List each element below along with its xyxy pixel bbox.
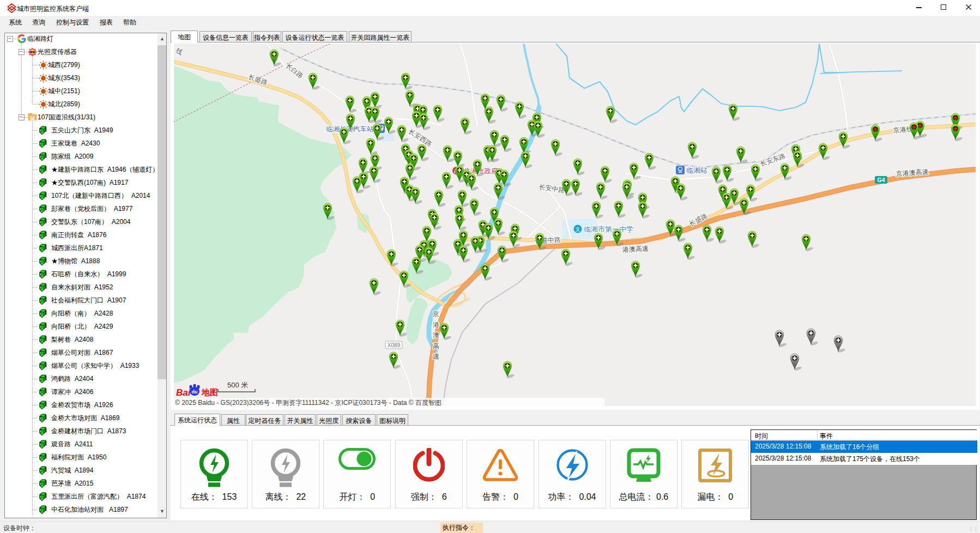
- svg-text:500 米: 500 米: [227, 381, 248, 389]
- svg-text:du: du: [192, 389, 198, 395]
- svg-text:地图: 地图: [201, 387, 218, 397]
- svg-text:港: 港: [433, 321, 439, 329]
- svg-text:澳: 澳: [433, 331, 439, 339]
- svg-text:临湘市第一中学: 临湘市第一中学: [584, 225, 633, 233]
- svg-text:高: 高: [433, 342, 439, 350]
- svg-text:文: 文: [576, 227, 580, 232]
- svg-text:速: 速: [433, 353, 439, 360]
- svg-text:Bai: Bai: [176, 387, 191, 398]
- svg-text:京: 京: [433, 310, 439, 318]
- svg-text:© 2025 Baidu - GS(2023)3206号 -: © 2025 Baidu - GS(2023)3206号 - 甲测资字11111…: [175, 399, 441, 406]
- svg-text:临湘站: 临湘站: [686, 166, 707, 174]
- svg-text:X089: X089: [388, 342, 401, 348]
- svg-text:港澳高速: 港澳高速: [622, 245, 649, 253]
- svg-text:G4: G4: [877, 177, 885, 183]
